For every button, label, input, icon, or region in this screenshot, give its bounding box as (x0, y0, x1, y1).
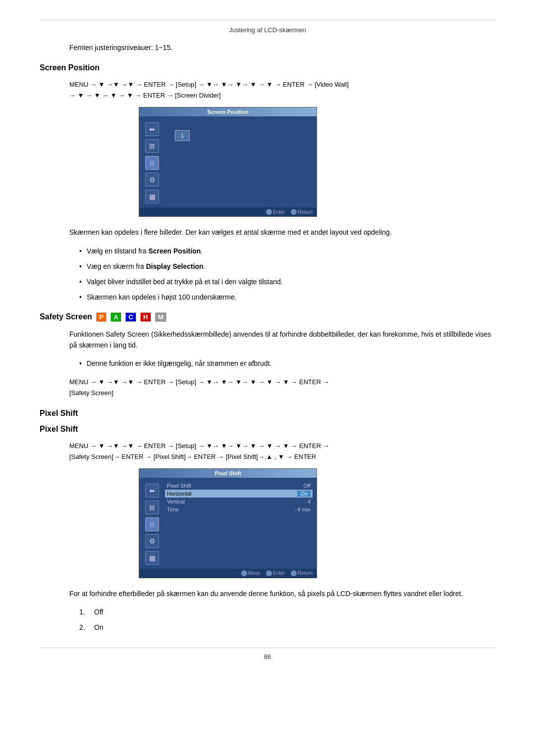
screen-position-section: Screen Position MENU → ▼ →▼ →▼ → ENTER →… (40, 63, 495, 302)
sidebar-icon-5: ▦ (145, 190, 159, 203)
nav-line1: MENU → ▼ →▼ →▼ → ENTER → [Setup] → ▼→ ▼→… (69, 81, 349, 88)
page-footer: 86 (40, 653, 495, 660)
return-label: Return (298, 209, 313, 215)
ss-number-box: 1 (175, 130, 190, 141)
pixel-footer-enter: Enter (266, 570, 285, 576)
bullet-dot-2: • (79, 261, 82, 272)
badge-m: M (155, 312, 166, 322)
pixel-return-label: Return (298, 570, 313, 576)
pixel-sidebar-icon-3: ⊙ (145, 517, 159, 531)
footer-enter: Enter (266, 209, 285, 215)
sidebar-icon-4: ⚙ (145, 173, 159, 187)
screenshot-body: ⬅ ⊞ ⊙ ⚙ ▦ 1 (139, 116, 317, 207)
badge-a: A (110, 312, 121, 322)
screen-position-heading: Screen Position (40, 63, 495, 72)
ordered-text-1: Off (94, 607, 103, 617)
safety-screen-body: Funktionen Safety Screen (Sikkerhedsskær… (69, 329, 495, 351)
safety-bullet-dot-1: • (79, 358, 82, 369)
pixel-sidebar-icon-5: ▦ (145, 551, 159, 565)
pixel-row-3-label: Vertical (167, 499, 185, 504)
intro-text: Femten justeringsniveauer: 1~15. (69, 44, 495, 51)
pixel-row-2-label: Horizontal (167, 491, 192, 497)
pixel-nav-line2: [Safety Screen]→ ENTER → [Pixel Shift]→ … (69, 453, 316, 460)
screenshot-sidebar: ⬅ ⊞ ⊙ ⚙ ▦ (143, 120, 161, 203)
pixel-enter-icon (266, 570, 272, 576)
pixel-screenshot-footer: Move Enter Return (139, 569, 317, 578)
pixel-screenshot-content: Pixel Shift Off Horizontal On Vertical :… (161, 482, 313, 565)
pixel-row-1-label: Pixel Shift (167, 483, 191, 489)
sidebar-icon-1: ⬅ (145, 122, 159, 136)
safety-nav-line2: [Safety Screen] (69, 389, 113, 397)
ordered-item-1: 1. Off (79, 607, 495, 617)
screen-position-body: Skærmen kan opdeles i flere billeder. De… (69, 227, 495, 238)
bullet-text-3: Valget bliver indstillet bed at trykke p… (87, 277, 283, 287)
page-container: Justering af LCD-skærmen Femten justerin… (0, 0, 535, 756)
pixel-nav-line1: MENU → ▼ →▼ →▼ → ENTER → [Setup] → ▼→ ▼→… (69, 442, 329, 450)
pixel-shift-list: 1. Off 2. On (79, 607, 495, 633)
pixel-shift-body: For at forhindre efterbilleder på skærme… (69, 588, 495, 599)
footer-return: Return (291, 209, 313, 215)
safety-screen-label: Safety Screen (40, 312, 92, 321)
safety-screen-bullets: • Denne funktion er ikke tilgængelig, nå… (79, 358, 495, 369)
pixel-screenshot-sidebar: ⬅ ⊞ ⊙ ⚙ ▦ (143, 482, 161, 565)
pixel-row-1: Pixel Shift Off (165, 482, 313, 490)
pixel-enter-label: Enter (273, 570, 285, 576)
pixel-footer-return: Return (291, 570, 313, 576)
enter-label: Enter (273, 209, 285, 215)
pixel-row-2: Horizontal On (165, 490, 313, 498)
bullet-dot-1: • (79, 246, 82, 256)
pixel-row-4: Time : 4 min (165, 505, 313, 513)
badge-h: H (140, 312, 151, 322)
bullet-item-3: • Valget bliver indstillet bed at trykke… (79, 277, 495, 287)
ordered-item-2: 2. On (79, 622, 495, 633)
sidebar-icon-2: ⊞ (145, 139, 159, 153)
bullet-text-4: Skærmen kan opdeles i højst 100 underskæ… (87, 292, 237, 302)
pixel-screenshot-body: ⬅ ⊞ ⊙ ⚙ ▦ Pixel Shift Off Horizontal (139, 478, 317, 569)
move-icon (241, 570, 247, 576)
bullet-item-2: • Væg en skærm fra Display Selection. (79, 261, 495, 272)
safety-screen-nav-path: MENU → ▼ →▼ →▼ → ENTER → [Setup] → ▼→ ▼→… (69, 377, 495, 399)
screen-position-bullets: • Vælg en tilstand fra Screen Position. … (79, 246, 495, 302)
pixel-shift-heading-1: Pixel Shift (40, 409, 495, 418)
badge-p: P (96, 312, 107, 322)
pixel-shift-section: Pixel Shift Pixel Shift MENU → ▼ →▼ →▼ →… (40, 409, 495, 633)
screenshot-box: Screen Position ⬅ ⊞ ⊙ ⚙ ▦ 1 (139, 107, 317, 217)
pixel-shift-heading-2: Pixel Shift (40, 425, 495, 434)
pixel-row-4-value: : 4 min (294, 506, 311, 512)
sidebar-icon-3: ⊙ (145, 156, 159, 170)
pixel-row-4-label: Time (167, 506, 179, 512)
ordered-num-1: 1. (79, 607, 94, 617)
pixel-shift-screenshot: Pixel Shift ⬅ ⊞ ⊙ ⚙ ▦ Pixel Shift Off (139, 468, 317, 578)
pixel-row-3: Vertical : 4 (165, 498, 313, 505)
pixel-sidebar-icon-2: ⊞ (145, 501, 159, 514)
top-rule (40, 20, 495, 20)
screenshot-footer: Enter Return (139, 207, 317, 216)
pixel-footer-move: Move (241, 570, 260, 576)
move-label: Move (248, 570, 260, 576)
safety-screen-heading: Safety Screen P A C H M (40, 312, 495, 322)
pixel-row-3-value: : 4 (305, 499, 311, 504)
bullet-text-1: Vælg en tilstand fra Screen Position. (87, 246, 203, 256)
bullet-text-2: Væg en skærm fra Display Selection. (87, 261, 206, 272)
bullet-dot-3: • (79, 277, 82, 287)
nav-line2: → ▼ → ▼ → ▼ → ▼ → ENTER → [Screen Divide… (69, 92, 221, 99)
safety-screen-section: Safety Screen P A C H M Funktionen Safet… (40, 312, 495, 399)
bullet-dot-4: • (79, 292, 82, 302)
enter-icon (266, 209, 272, 215)
pixel-shift-nav-path: MENU → ▼ →▼ →▼ → ENTER → [Setup] → ▼→ ▼→… (69, 441, 495, 462)
bullet-item-4: • Skærmen kan opdeles i højst 100 unders… (79, 292, 495, 302)
pixel-sidebar-icon-1: ⬅ (145, 484, 159, 498)
screen-position-screenshot: Screen Position ⬅ ⊞ ⊙ ⚙ ▦ 1 (139, 107, 317, 217)
screen-position-nav-path: MENU → ▼ →▼ →▼ → ENTER → [Setup] → ▼→ ▼→… (69, 79, 495, 101)
pixel-return-icon (291, 570, 297, 576)
screenshot-title: Screen Position (139, 107, 317, 116)
ordered-num-2: 2. (79, 622, 94, 633)
safety-bullet-1: • Denne funktion er ikke tilgængelig, nå… (79, 358, 495, 369)
screenshot-content: 1 (161, 120, 313, 203)
page-header-title: Justering af LCD-skærmen (40, 26, 495, 34)
pixel-row-2-value: On (297, 491, 311, 497)
bullet-item-1: • Vælg en tilstand fra Screen Position. (79, 246, 495, 256)
pixel-row-1-value: Off (304, 483, 311, 489)
return-icon (291, 209, 297, 215)
bottom-rule (40, 648, 495, 648)
